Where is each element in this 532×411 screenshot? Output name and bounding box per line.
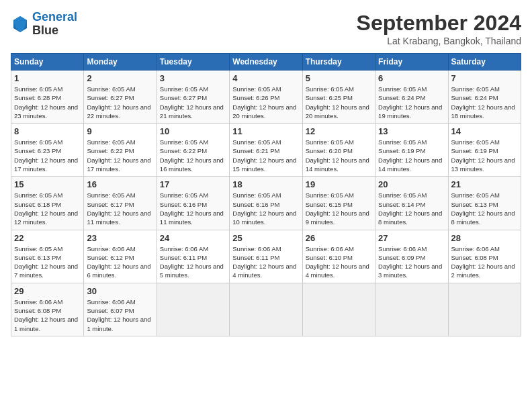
day-number: 17 [160,179,226,189]
calendar-cell: 17Sunrise: 6:05 AMSunset: 6:16 PMDayligh… [157,177,229,230]
day-info: Sunrise: 6:05 AMSunset: 6:24 PMDaylight:… [451,85,518,120]
day-number: 18 [232,179,299,189]
calendar-cell: 18Sunrise: 6:05 AMSunset: 6:16 PMDayligh… [230,177,302,230]
day-info: Sunrise: 6:05 AMSunset: 6:25 PMDaylight:… [306,85,372,120]
weekday-header-wednesday: Wednesday [230,54,302,71]
day-info: Sunrise: 6:05 AMSunset: 6:22 PMDaylight:… [160,138,226,173]
day-number: 6 [378,73,445,83]
day-number: 24 [160,233,226,243]
calendar-week-3: 15Sunrise: 6:05 AMSunset: 6:18 PMDayligh… [11,177,521,230]
calendar-cell: 26Sunrise: 6:06 AMSunset: 6:10 PMDayligh… [302,230,375,283]
day-number: 4 [232,73,299,83]
day-info: Sunrise: 6:06 AMSunset: 6:09 PMDaylight:… [378,244,445,280]
calendar-cell: 12Sunrise: 6:05 AMSunset: 6:20 PMDayligh… [302,124,375,177]
calendar-cell: 10Sunrise: 6:05 AMSunset: 6:22 PMDayligh… [157,124,229,177]
day-info: Sunrise: 6:06 AMSunset: 6:12 PMDaylight:… [87,244,153,280]
day-info: Sunrise: 6:05 AMSunset: 6:22 PMDaylight:… [87,138,153,173]
calendar-cell: 19Sunrise: 6:05 AMSunset: 6:15 PMDayligh… [302,177,375,230]
day-number: 30 [87,286,153,296]
calendar-cell: 11Sunrise: 6:05 AMSunset: 6:21 PMDayligh… [230,124,302,177]
day-number: 25 [232,233,299,243]
day-number: 10 [160,126,226,136]
weekday-header-thursday: Thursday [302,54,375,71]
day-number: 13 [378,126,445,136]
page-header: General Blue September 2024 Lat Krabang,… [11,11,521,46]
calendar-table: SundayMondayTuesdayWednesdayThursdayFrid… [11,53,521,336]
day-info: Sunrise: 6:05 AMSunset: 6:21 PMDaylight:… [232,138,299,173]
calendar-title: September 2024 [357,11,521,36]
day-info: Sunrise: 6:06 AMSunset: 6:10 PMDaylight:… [306,244,372,280]
day-number: 27 [378,233,445,243]
day-info: Sunrise: 6:05 AMSunset: 6:24 PMDaylight:… [378,85,445,120]
weekday-header-tuesday: Tuesday [157,54,229,71]
day-number: 8 [14,126,81,136]
day-number: 14 [451,126,518,136]
day-number: 23 [87,233,153,243]
calendar-cell [230,283,302,336]
calendar-cell: 20Sunrise: 6:05 AMSunset: 6:14 PMDayligh… [375,177,448,230]
calendar-cell: 15Sunrise: 6:05 AMSunset: 6:18 PMDayligh… [11,177,84,230]
day-info: Sunrise: 6:05 AMSunset: 6:15 PMDaylight:… [306,191,372,226]
day-info: Sunrise: 6:05 AMSunset: 6:14 PMDaylight:… [378,191,445,226]
day-info: Sunrise: 6:05 AMSunset: 6:19 PMDaylight:… [378,138,445,173]
calendar-week-1: 1Sunrise: 6:05 AMSunset: 6:28 PMDaylight… [11,71,521,124]
calendar-cell: 5Sunrise: 6:05 AMSunset: 6:25 PMDaylight… [302,71,375,124]
logo-line1: General [32,10,77,24]
calendar-cell: 7Sunrise: 6:05 AMSunset: 6:24 PMDaylight… [448,71,521,124]
svg-marker-1 [13,16,27,32]
calendar-cell [448,283,521,336]
calendar-cell: 22Sunrise: 6:05 AMSunset: 6:13 PMDayligh… [11,230,84,283]
calendar-cell: 9Sunrise: 6:05 AMSunset: 6:22 PMDaylight… [84,124,157,177]
day-info: Sunrise: 6:05 AMSunset: 6:20 PMDaylight:… [306,138,372,173]
calendar-body: 1Sunrise: 6:05 AMSunset: 6:28 PMDaylight… [11,71,521,336]
calendar-cell: 28Sunrise: 6:06 AMSunset: 6:08 PMDayligh… [448,230,521,283]
calendar-cell: 30Sunrise: 6:06 AMSunset: 6:07 PMDayligh… [84,283,157,336]
weekday-header-row: SundayMondayTuesdayWednesdayThursdayFrid… [11,54,521,71]
weekday-header-saturday: Saturday [448,54,521,71]
calendar-cell [157,283,229,336]
day-number: 11 [232,126,299,136]
day-number: 20 [378,179,445,189]
logo-icon [11,15,30,34]
calendar-cell: 8Sunrise: 6:05 AMSunset: 6:23 PMDaylight… [11,124,84,177]
day-number: 1 [14,73,81,83]
day-number: 12 [306,126,372,136]
logo-line2: Blue [32,24,58,37]
day-info: Sunrise: 6:05 AMSunset: 6:13 PMDaylight:… [451,191,518,226]
day-info: Sunrise: 6:06 AMSunset: 6:07 PMDaylight:… [87,298,153,333]
day-number: 9 [87,126,153,136]
day-number: 22 [14,233,81,243]
logo: General Blue [11,11,77,38]
day-number: 3 [160,73,226,83]
calendar-week-5: 29Sunrise: 6:06 AMSunset: 6:08 PMDayligh… [11,283,521,336]
day-info: Sunrise: 6:05 AMSunset: 6:16 PMDaylight:… [232,191,299,226]
day-number: 26 [306,233,372,243]
day-info: Sunrise: 6:05 AMSunset: 6:28 PMDaylight:… [14,85,81,120]
day-number: 29 [14,286,81,296]
weekday-header-friday: Friday [375,54,448,71]
calendar-subtitle: Lat Krabang, Bangkok, Thailand [357,36,521,46]
calendar-cell: 21Sunrise: 6:05 AMSunset: 6:13 PMDayligh… [448,177,521,230]
calendar-cell [375,283,448,336]
day-number: 5 [306,73,372,83]
day-info: Sunrise: 6:06 AMSunset: 6:11 PMDaylight:… [232,244,299,280]
day-number: 2 [87,73,153,83]
day-number: 16 [87,179,153,189]
calendar-cell: 23Sunrise: 6:06 AMSunset: 6:12 PMDayligh… [84,230,157,283]
calendar-cell: 2Sunrise: 6:05 AMSunset: 6:27 PMDaylight… [84,71,157,124]
weekday-header-monday: Monday [84,54,157,71]
day-info: Sunrise: 6:05 AMSunset: 6:19 PMDaylight:… [451,138,518,173]
weekday-header-sunday: Sunday [11,54,84,71]
day-info: Sunrise: 6:05 AMSunset: 6:27 PMDaylight:… [160,85,226,120]
calendar-cell: 3Sunrise: 6:05 AMSunset: 6:27 PMDaylight… [157,71,229,124]
calendar-cell: 29Sunrise: 6:06 AMSunset: 6:08 PMDayligh… [11,283,84,336]
calendar-cell: 16Sunrise: 6:05 AMSunset: 6:17 PMDayligh… [84,177,157,230]
day-info: Sunrise: 6:06 AMSunset: 6:08 PMDaylight:… [451,244,518,280]
day-info: Sunrise: 6:06 AMSunset: 6:11 PMDaylight:… [160,244,226,280]
calendar-cell [302,283,375,336]
day-info: Sunrise: 6:05 AMSunset: 6:18 PMDaylight:… [14,191,81,226]
day-number: 28 [451,233,518,243]
calendar-cell: 1Sunrise: 6:05 AMSunset: 6:28 PMDaylight… [11,71,84,124]
day-info: Sunrise: 6:05 AMSunset: 6:17 PMDaylight:… [87,191,153,226]
calendar-cell: 14Sunrise: 6:05 AMSunset: 6:19 PMDayligh… [448,124,521,177]
